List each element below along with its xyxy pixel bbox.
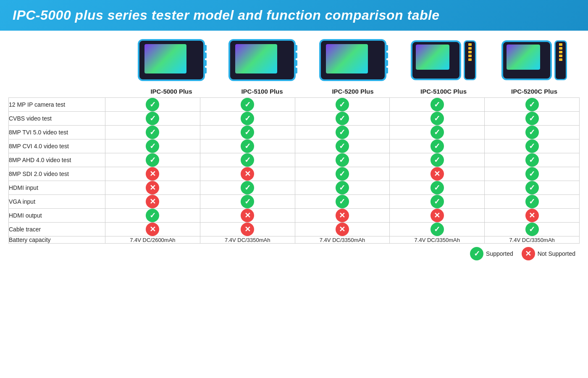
feature-name-cell: 8MP CVI 4.0 video test [9, 139, 105, 153]
value-cell-9-4: ✓ [485, 223, 580, 236]
side-btn [295, 45, 297, 51]
value-cell-9-1: ✕ [200, 223, 295, 236]
value-cell-3-2: ✓ [295, 139, 390, 153]
battery-value-cell-1: 7.4V DC/3350mAh [200, 236, 295, 244]
comparison-table: 12 MP IP camera test✓✓✓✓✓CVBS video test… [8, 97, 580, 244]
value-cell-3-1: ✓ [200, 139, 295, 153]
legend-red-icon: ✕ [522, 247, 535, 260]
table-row: 8MP AHD 4.0 video test✓✓✓✓✓ [9, 153, 580, 167]
legend-row: ✓ Supported ✕ Not Supported [8, 247, 580, 260]
table-row: 12 MP IP camera test✓✓✓✓✓ [9, 98, 580, 112]
legend-supported-label: Supported [486, 250, 513, 257]
check-icon: ✓ [525, 112, 539, 125]
value-cell-3-0: ✓ [105, 139, 200, 153]
device-narrow-container-3 [411, 40, 476, 80]
value-cell-0-4: ✓ [485, 98, 580, 112]
product-images-row: IPC-5000 Plus IPC-5100 Plus [126, 35, 580, 95]
device-screen-1 [235, 44, 277, 74]
table-row: Cable tracer✕✕✕✓✓ [9, 223, 580, 236]
value-cell-7-3: ✓ [390, 195, 485, 209]
value-cell-1-2: ✓ [295, 112, 390, 126]
legend-green-icon: ✓ [470, 247, 483, 260]
legend-not-supported: ✕ Not Supported [522, 247, 575, 260]
value-cell-4-0: ✓ [105, 153, 200, 167]
feature-name-cell: 12 MP IP camera test [9, 98, 105, 112]
value-cell-9-3: ✓ [390, 223, 485, 236]
check-icon: ✓ [146, 126, 159, 139]
value-cell-6-1: ✓ [200, 181, 295, 195]
check-icon: ✓ [241, 153, 254, 167]
value-cell-7-4: ✓ [485, 195, 580, 209]
side-btn [204, 60, 207, 66]
value-cell-8-0: ✓ [105, 209, 200, 223]
value-cell-2-0: ✓ [105, 126, 200, 139]
product-image-2 [315, 35, 391, 85]
cross-icon: ✕ [146, 181, 159, 194]
cross-icon: ✕ [146, 167, 159, 181]
side-btn [204, 45, 207, 51]
check-icon: ✓ [241, 181, 254, 194]
product-image-1 [224, 35, 300, 85]
cable-led [559, 51, 562, 53]
check-icon: ✓ [336, 167, 349, 181]
table-row: 8MP SDI 2.0 video test✕✕✓✕✓ [9, 167, 580, 181]
check-icon: ✓ [336, 139, 349, 153]
check-icon: ✓ [336, 126, 349, 139]
value-cell-3-4: ✓ [485, 139, 580, 153]
cable-tracer-3 [464, 40, 476, 80]
cable-led [559, 58, 562, 61]
cable-led [468, 47, 472, 50]
product-col-3: IPC-5100C Plus [398, 35, 489, 95]
side-btn [204, 68, 207, 74]
check-icon: ✓ [146, 112, 159, 125]
value-cell-8-1: ✕ [200, 209, 295, 223]
check-icon: ✓ [430, 139, 444, 153]
value-cell-0-1: ✓ [200, 98, 295, 112]
product-label-3: IPC-5100C Plus [420, 88, 467, 95]
check-icon: ✓ [525, 139, 539, 153]
check-icon: ✓ [336, 181, 349, 194]
legend-not-supported-label: Not Supported [538, 250, 575, 257]
side-btn [386, 60, 388, 66]
value-cell-5-0: ✕ [105, 167, 200, 181]
device-screen-2 [326, 44, 368, 74]
cable-led [559, 47, 562, 50]
product-col-2: IPC-5200 Plus [307, 35, 398, 95]
feature-name-cell: Cable tracer [9, 223, 105, 236]
feature-name-cell: VGA input [9, 195, 105, 209]
battery-value-cell-4: 7.4V DC/3350mAh [485, 236, 580, 244]
table-row: 8MP TVI 5.0 video test✓✓✓✓✓ [9, 126, 580, 139]
product-label-0: IPC-5000 Plus [150, 88, 192, 95]
cross-icon: ✕ [430, 167, 444, 181]
feature-name-cell: CVBS video test [9, 112, 105, 126]
check-icon: ✓ [146, 153, 159, 167]
value-cell-9-0: ✕ [105, 223, 200, 236]
value-cell-4-1: ✓ [200, 153, 295, 167]
value-cell-4-3: ✓ [390, 153, 485, 167]
value-cell-9-2: ✕ [295, 223, 390, 236]
check-icon: ✓ [525, 126, 539, 139]
product-label-1: IPC-5100 Plus [241, 88, 283, 95]
side-btn [295, 68, 297, 74]
value-cell-0-0: ✓ [105, 98, 200, 112]
device-body-1 [228, 39, 296, 81]
value-cell-0-3: ✓ [390, 98, 485, 112]
check-icon: ✓ [146, 139, 159, 153]
device-screen-3 [416, 45, 449, 70]
cross-icon: ✕ [241, 167, 254, 181]
table-row: HDMI input✕✓✓✓✓ [9, 181, 580, 195]
product-label-4: IPC-5200C Plus [511, 88, 557, 95]
check-icon: ✓ [241, 139, 254, 153]
check-icon: ✓ [525, 195, 539, 208]
cross-icon: ✕ [241, 209, 254, 222]
cross-icon: ✕ [336, 209, 349, 222]
check-icon: ✓ [525, 223, 539, 236]
cross-icon: ✕ [146, 195, 159, 208]
side-btn [204, 52, 207, 58]
page-title: IPC-5000 plus series tester model and fu… [13, 8, 440, 23]
legend-supported: ✓ Supported [470, 247, 513, 260]
value-cell-2-4: ✓ [485, 126, 580, 139]
value-cell-1-4: ✓ [485, 112, 580, 126]
check-icon: ✓ [430, 181, 444, 194]
battery-value-cell-3: 7.4V DC/3350mAh [390, 236, 485, 244]
